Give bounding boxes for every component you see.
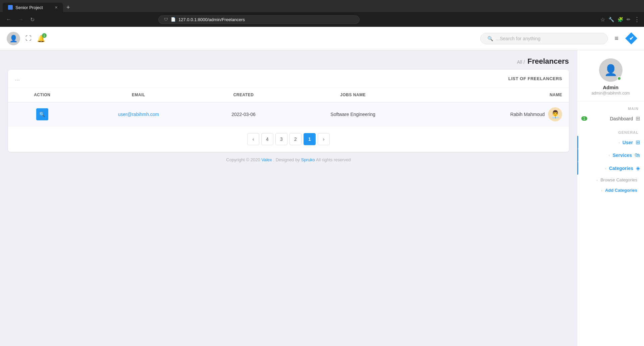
- forward-button[interactable]: →: [16, 15, 25, 24]
- sidebar-active-bar-services: [577, 149, 578, 162]
- search-icon: 🔍: [487, 36, 493, 41]
- user-icon: ⊞: [636, 139, 640, 146]
- footer-valex-link[interactable]: Valex: [261, 157, 272, 162]
- avatar: 👤: [7, 32, 20, 45]
- services-icon: 🛍: [635, 152, 640, 158]
- dashboard-icon: ⊞: [636, 115, 640, 122]
- header-search[interactable]: 🔍 ...Search for anything: [480, 33, 608, 44]
- breadcrumb-all: All /: [517, 59, 525, 65]
- content-area: All / Freelancers ... LIST OF FREELANCER…: [0, 50, 577, 346]
- browse-categories-label: Browse Categories: [600, 177, 637, 182]
- sidebar-general-label: GENERAL: [577, 125, 644, 136]
- page-4-button[interactable]: 4: [261, 133, 273, 145]
- active-tab[interactable]: Senior Project ✕: [3, 3, 63, 12]
- page-3-button[interactable]: 3: [275, 133, 287, 145]
- online-indicator: [617, 76, 621, 80]
- row-action: 🔍: [8, 102, 76, 126]
- services-chevron: ‹: [609, 153, 610, 157]
- page-title: Freelancers: [527, 57, 569, 65]
- footer: Copyright © 2020 Valex . Designed by Spr…: [8, 152, 569, 168]
- sidebar-sub-browse-categories[interactable]: ‹ Browse Categories: [577, 175, 644, 185]
- shield-icon: 🛡: [164, 17, 168, 22]
- header-left: 👤 ⛶ 🔔 1: [7, 32, 45, 45]
- services-label: Services: [612, 153, 632, 158]
- browser-toolbar: ← → ↻ 🛡 📄 127.0.0.1:8000/admin/Freelance…: [0, 12, 644, 27]
- pen-icon[interactable]: ✏: [627, 17, 631, 22]
- url-text: 127.0.0.1:8000/admin/Freelancers: [178, 17, 245, 22]
- sidebar-item-dashboard[interactable]: 1 Dashboard ⊞: [577, 112, 644, 125]
- sidebar-sub-add-categories[interactable]: ‹ Add Categories: [577, 185, 644, 195]
- profile-email: admin@rabihmh.com: [591, 91, 630, 96]
- col-created: CREATED: [201, 88, 286, 102]
- sidebar-item-categories[interactable]: ‹ Categories ◈: [577, 162, 644, 175]
- prev-page-button[interactable]: ‹: [247, 133, 259, 145]
- tab-title: Senior Project: [15, 5, 43, 10]
- add-categories-label: Add Categories: [605, 188, 637, 193]
- table-row: 🔍 user@rabihmh.com 2022-03-06 Software E…: [8, 102, 569, 126]
- reload-button[interactable]: ↻: [28, 15, 37, 24]
- col-jobs-name: JOBS NAME: [286, 88, 420, 102]
- col-email: EMAIL: [76, 88, 201, 102]
- footer-designed: . Designed by: [273, 157, 300, 162]
- row-name-text: Rabih Mahmoud: [510, 112, 545, 117]
- page-1-button[interactable]: 1: [304, 133, 316, 145]
- browser-chrome: Senior Project ✕ + ← → ↻ 🛡 📄 127.0.0.1:8…: [0, 0, 644, 27]
- breadcrumb: All / Freelancers: [8, 57, 569, 66]
- footer-copyright: Copyright © 2020: [226, 157, 260, 162]
- sidebar-general-section: GENERAL ‹ User ⊞ ‹ Services 🛍 ‹ Categori…: [577, 125, 644, 195]
- table-card-header: ... LIST OF FREELANCERS: [8, 70, 569, 88]
- user-label: User: [623, 140, 633, 145]
- bell-button[interactable]: 🔔 1: [37, 35, 45, 43]
- sidebar-active-bar-categories: [577, 162, 578, 175]
- table-card-title: LIST OF FREELANCERS: [508, 76, 562, 81]
- row-email: user@rabihmh.com: [76, 102, 201, 126]
- hamburger-menu-icon[interactable]: ≡: [614, 35, 619, 42]
- table-header-row: ACTION EMAIL CREATED JOBS NAME NAME: [8, 88, 569, 102]
- profile-name: Admin: [603, 84, 619, 90]
- col-name: NAME: [420, 88, 569, 102]
- page-2-button[interactable]: 2: [289, 133, 302, 145]
- expand-icon[interactable]: ⛶: [25, 35, 32, 42]
- tab-favicon: [8, 5, 13, 10]
- row-created: 2022-03-06: [201, 102, 286, 126]
- address-lock-icon: 📄: [171, 17, 176, 22]
- row-avatar: 👨‍💼: [548, 107, 562, 121]
- table-card: ... LIST OF FREELANCERS ACTION EMAIL CRE…: [8, 70, 569, 152]
- sidebar-profile: 👤 Admin admin@rabihmh.com: [577, 50, 644, 101]
- puzzle-icon[interactable]: 🧩: [618, 17, 623, 22]
- dashboard-badge: 1: [581, 116, 587, 121]
- row-jobs-name: Software Engineering: [286, 102, 420, 126]
- extensions-icon[interactable]: 🔧: [608, 17, 614, 22]
- star-icon[interactable]: ☆: [600, 16, 605, 23]
- search-placeholder: ...Search for anything: [496, 36, 601, 41]
- sidebar-main-label: MAIN: [577, 101, 644, 112]
- sidebar-main-section: MAIN 1 Dashboard ⊞: [577, 101, 644, 125]
- sidebar-item-user[interactable]: ‹ User ⊞: [577, 136, 644, 149]
- sidebar-item-services[interactable]: ‹ Services 🛍: [577, 149, 644, 162]
- pagination: ‹ 4 3 2 1 ›: [8, 126, 569, 152]
- user-chevron: ‹: [619, 140, 620, 145]
- footer-spruko-link[interactable]: Spruko: [301, 157, 315, 162]
- categories-label: Categories: [609, 166, 633, 171]
- more-icon[interactable]: ⋮: [634, 16, 640, 23]
- back-button[interactable]: ←: [4, 15, 13, 24]
- app-header: 👤 ⛶ 🔔 1 🔍 ...Search for anything ≡ ✔: [0, 27, 644, 50]
- bell-badge: 1: [42, 33, 47, 38]
- address-bar[interactable]: 🛡 📄 127.0.0.1:8000/admin/Freelancers: [158, 15, 360, 24]
- dashboard-label: Dashboard: [610, 116, 633, 121]
- next-page-button[interactable]: ›: [318, 133, 330, 145]
- row-name: Rabih Mahmoud 👨‍💼: [420, 103, 569, 126]
- browser-toolbar-right: ☆ 🔧 🧩 ✏ ⋮: [600, 16, 640, 23]
- row-search-button[interactable]: 🔍: [36, 108, 48, 120]
- add-categories-chevron: ‹: [601, 188, 602, 192]
- freelancers-table: ACTION EMAIL CREATED JOBS NAME NAME 🔍 us…: [8, 88, 569, 126]
- table-dots: ...: [15, 75, 20, 82]
- brand-icon: ✔: [625, 33, 637, 45]
- categories-icon: ◈: [636, 165, 640, 171]
- col-action: ACTION: [8, 88, 76, 102]
- footer-rights: All rights reserved: [316, 157, 351, 162]
- new-tab-button[interactable]: +: [63, 4, 73, 11]
- browse-categories-chevron: ‹: [597, 178, 598, 182]
- sidebar-active-bar-user: [577, 136, 578, 149]
- tab-close-icon[interactable]: ✕: [55, 5, 58, 10]
